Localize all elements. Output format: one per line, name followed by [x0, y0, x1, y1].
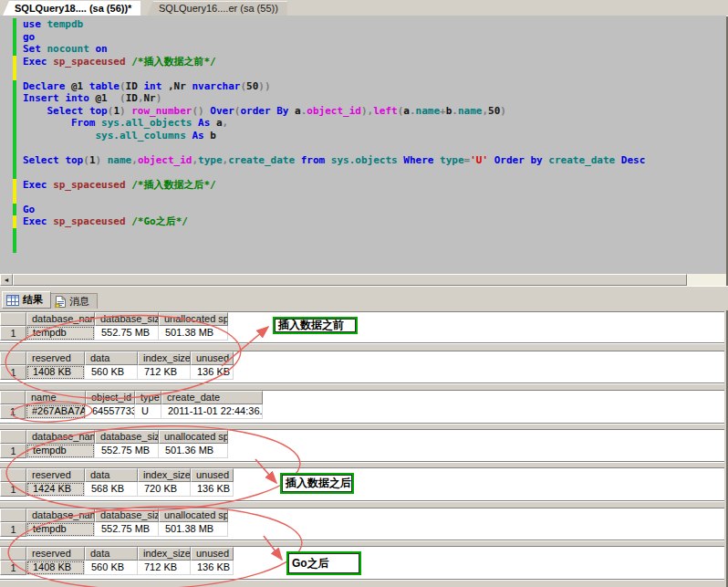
result-grid-section-2: reserveddataindex_sizeunused11408 KB560 … [0, 351, 724, 383]
column-header[interactable]: reserved [26, 468, 85, 482]
result-grid-section-1: database_namedatabase_sizeunallocated sp… [0, 311, 724, 343]
column-header[interactable]: data [85, 547, 138, 561]
results-tab-label: 结果 [23, 292, 43, 308]
column-header[interactable]: data [85, 351, 138, 365]
column-header[interactable]: type [135, 391, 161, 404]
grid-cell[interactable]: 560 KB [85, 365, 138, 380]
tab-messages[interactable]: 消息 [50, 293, 98, 309]
column-header[interactable]: reserved [26, 547, 85, 561]
row-header[interactable]: 1 [0, 326, 26, 341]
scroll-left-arrow-icon[interactable]: ◄ [0, 274, 13, 286]
code-line[interactable] [0, 166, 726, 179]
grid-corner[interactable] [0, 351, 26, 365]
column-header[interactable]: database_name [26, 430, 95, 444]
code-line[interactable]: Insert into @1 (ID,Nr) [0, 92, 726, 105]
code-line[interactable] [0, 240, 726, 253]
grid-corner[interactable] [0, 430, 26, 444]
column-header[interactable]: database_size [95, 430, 159, 444]
grid-cell[interactable]: 560 KB [85, 561, 138, 575]
grid-cell[interactable]: 136 KB [191, 561, 234, 575]
column-header[interactable]: unallocated space [159, 508, 228, 522]
grid-cell[interactable]: 712 KB [138, 561, 191, 575]
grid-cell[interactable]: 1408 KB [26, 561, 85, 575]
code-line[interactable]: sys.all_columns As b [0, 130, 726, 142]
grid-cell[interactable]: 720 KB [138, 482, 191, 497]
code-line[interactable]: Exec sp_spaceused /*Go之后*/ [0, 215, 726, 228]
grid-cell[interactable]: 136 KB [191, 482, 234, 497]
code-line[interactable]: go [0, 31, 726, 44]
code-line[interactable] [0, 142, 726, 154]
code-line[interactable]: Select top(1) name,object_id,type,create… [0, 154, 726, 167]
column-header[interactable]: reserved [26, 351, 85, 365]
grid-cell[interactable]: 552.75 MB [95, 522, 159, 537]
grid-corner[interactable] [0, 468, 26, 482]
code-line[interactable]: Set nocount on [0, 43, 726, 56]
column-header[interactable]: index_size [138, 351, 191, 365]
grid-corner[interactable] [0, 508, 26, 522]
row-header[interactable]: 1 [0, 482, 26, 497]
column-header[interactable]: index_size [138, 468, 191, 482]
grid-cell[interactable]: #267ABA7A [26, 404, 86, 419]
column-header[interactable]: unallocated space [159, 430, 228, 444]
code-line[interactable]: Go [0, 204, 726, 216]
column-header[interactable]: object_id [86, 391, 135, 404]
sql-editor[interactable]: use tempdbgoSet nocount onExec sp_spaceu… [0, 16, 726, 274]
column-header[interactable]: database_name [26, 508, 95, 522]
row-header[interactable]: 1 [0, 444, 26, 458]
tab-sqlquery18[interactable]: SQLQuery18.... (sa (56))* [3, 1, 140, 16]
change-tracking-bar [13, 240, 16, 253]
column-header[interactable]: create_date [161, 391, 263, 404]
grid-cell[interactable]: tempdb [26, 522, 95, 537]
code-line[interactable]: Exec sp_spaceused /*插入数据之后*/ [0, 179, 726, 192]
code-line[interactable]: Exec sp_spaceused /*插入数据之前*/ [0, 56, 726, 68]
scrollbar-thumb[interactable] [13, 274, 687, 286]
column-header[interactable]: unallocated space [159, 312, 228, 326]
grid-cell[interactable]: 2011-11-01 22:44:36.280 [161, 404, 263, 419]
tab-results[interactable]: 结果 [2, 291, 51, 309]
column-header[interactable]: database_size [95, 508, 159, 522]
column-header[interactable]: unused [191, 468, 234, 482]
column-header[interactable]: index_size [138, 547, 191, 561]
column-header[interactable]: database_size [95, 312, 159, 326]
change-tracking-bar [13, 154, 16, 167]
grid-corner[interactable] [0, 391, 26, 404]
change-tracking-bar [13, 215, 16, 228]
grid-cell[interactable]: 136 KB [191, 365, 234, 380]
row-header[interactable]: 1 [0, 365, 26, 380]
code-line[interactable]: use tempdb [0, 18, 726, 31]
grid-cell[interactable]: 1424 KB [26, 482, 85, 497]
row-header[interactable]: 1 [0, 522, 26, 537]
change-tracking-bar [13, 130, 16, 142]
grid-corner[interactable] [0, 312, 26, 326]
code-line[interactable]: Select top(1) row_number() Over(order By… [0, 105, 726, 118]
change-tracking-bar [13, 142, 16, 154]
code-line[interactable] [0, 228, 726, 241]
grid-cell[interactable]: U [135, 404, 161, 419]
grid-cell[interactable]: 645577338 [86, 404, 135, 419]
code-line[interactable] [0, 68, 726, 80]
grid-cell[interactable]: 568 KB [85, 482, 138, 497]
column-header[interactable]: unused [191, 547, 234, 561]
grid-cell[interactable]: tempdb [26, 444, 95, 458]
tab-sqlquery16[interactable]: SQLQuery16....er (sa (55)) [147, 1, 287, 16]
code-line[interactable] [0, 191, 726, 204]
row-header[interactable]: 1 [0, 561, 26, 575]
grid-cell[interactable]: 501.36 MB [159, 444, 228, 458]
grid-cell[interactable]: 712 KB [138, 365, 191, 380]
row-header[interactable]: 1 [0, 404, 26, 419]
grid-cell[interactable]: 1408 KB [26, 365, 85, 380]
change-tracking-bar [13, 179, 16, 192]
code-line[interactable]: Declare @1 table(ID int ,Nr nvarchar(50)… [0, 80, 726, 93]
column-header[interactable]: database_name [26, 312, 95, 326]
column-header[interactable]: data [85, 468, 138, 482]
grid-cell[interactable]: tempdb [26, 326, 95, 341]
code-line[interactable]: From sys.all_objects As a, [0, 117, 726, 130]
column-header[interactable]: unused [191, 351, 234, 365]
grid-cell[interactable]: 552.75 MB [95, 444, 159, 458]
grid-cell[interactable]: 501.38 MB [159, 522, 228, 537]
grid-cell[interactable]: 552.75 MB [95, 326, 159, 341]
editor-horizontal-scrollbar[interactable]: ◄ [0, 274, 726, 286]
grid-corner[interactable] [0, 547, 26, 561]
grid-cell[interactable]: 501.38 MB [159, 326, 228, 341]
column-header[interactable]: name [26, 391, 86, 404]
